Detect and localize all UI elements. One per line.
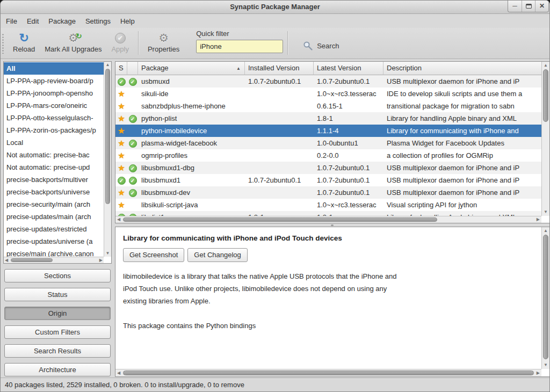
table-row[interactable]: ★python-imobiledevice1.1.1-4Library for … [115,125,541,137]
latest-version: 1.0~x~rc3.tesserac [314,90,383,98]
scroll-right-icon[interactable]: ▶ [537,217,540,222]
scroll-left-icon[interactable]: ◀ [5,258,8,263]
menu-help[interactable]: Help [120,17,135,25]
details-hscroll-thumb[interactable] [123,371,534,375]
column-header-supported[interactable] [127,62,138,75]
supported-cell: ✓ [127,176,138,184]
package-name: python-plist [138,114,245,122]
filter-item[interactable]: LP-PPA-zorin-os-packages/p [4,124,104,136]
filter-item[interactable]: precise-updates/main (arch [4,210,104,223]
scroll-up-icon[interactable]: ▲ [104,62,111,68]
maximize-button[interactable] [522,1,535,12]
column-header-status[interactable]: S [115,62,127,75]
status-cell: ★ [115,126,127,136]
column-header-installed-version[interactable]: Installed Version [245,62,314,75]
supported-icon: ✓ [129,189,137,197]
table-row[interactable]: ★✓libusbmuxd-dev1.0.7-2ubuntu0.1USB mult… [115,186,541,199]
column-header-description[interactable]: Description [383,62,541,75]
menu-edit[interactable]: Edit [27,17,39,25]
package-short-description: USB multiplexor daemon for iPhone and iP [383,188,541,197]
status-cell: ✓ [115,176,127,184]
scroll-down-icon[interactable]: ▼ [104,251,111,256]
filter-item[interactable]: precise-security/main (arch [4,198,104,210]
table-row[interactable]: ✓✓libplist11.8-11.8-1Library for handlin… [115,211,541,216]
column-header-latest-version[interactable]: Latest Version [314,62,383,75]
scroll-left-icon[interactable]: ◀ [117,217,120,222]
filter-item[interactable]: precise/main (archive.canon [4,248,104,257]
filter-list-vscroll-thumb[interactable] [105,69,110,204]
filter-item[interactable]: LP-PPA-mars-core/oneiric [4,99,104,112]
filter-item[interactable]: LP-PPA-jonoomph-opensho [4,87,104,99]
package-name: usbmuxd [138,77,245,85]
table-hscroll-thumb[interactable] [123,217,437,222]
details-vscroll-thumb[interactable] [543,235,548,359]
package-short-description: USB multiplexor daemon for iPhone and iP [383,164,541,172]
details-hscrollbar[interactable]: ◀ ▶ [115,369,541,376]
table-row[interactable]: ★sabnzbdplus-theme-iphone0.6.15-1transit… [115,100,541,112]
minimize-icon: ─ [512,2,517,10]
scroll-up-icon[interactable]: ▲ [542,63,549,68]
table-row[interactable]: ★libsikuli-script-java1.0~x~rc3.tesserac… [115,199,541,211]
sidebar-button-search-results[interactable]: Search Results [4,344,111,358]
properties-button[interactable]: ⚙ Properties [143,28,184,53]
package-name: libusbmuxd-dev [138,188,245,197]
scroll-down-icon[interactable]: ▼ [542,362,549,368]
sidebar-button-origin[interactable]: Origin [4,307,111,320]
details-vscrollbar[interactable]: ▲ ▼ [541,227,549,369]
get-screenshot-button[interactable]: Get Screenshot [123,248,184,262]
toolbar-grip[interactable] [2,33,4,54]
table-row[interactable]: ★✓plasma-widget-facebook1.0-0ubuntu1Plas… [115,137,541,149]
filter-item[interactable]: Not automatic: precise-bac [4,149,104,161]
mark-all-upgrades-button[interactable]: ⚙↻ Mark All Upgrades [40,28,106,53]
table-row[interactable]: ✓✓usbmuxd1.0.7-2ubuntu0.11.0.7-2ubuntu0.… [115,75,541,88]
filter-item[interactable]: All [4,62,104,75]
close-button[interactable]: ✕ [535,1,548,12]
latest-version: 1.0~x~rc3.tesserac [314,201,383,209]
filter-item[interactable]: LP-PPA-app-review-board/p [4,75,104,87]
filter-item[interactable]: Local [4,136,104,149]
table-row[interactable]: ★✓libusbmuxd1-dbg1.0.7-2ubuntu0.1USB mul… [115,162,541,174]
filter-item[interactable]: precise-updates/restricted [4,223,104,235]
column-header-package[interactable]: Package ▲ [138,62,245,75]
menu-file[interactable]: File [6,17,17,25]
titlebar[interactable]: Synaptic Package Manager ─ ✕ [1,1,549,14]
filter-item[interactable]: precise-backports/multiver [4,173,104,186]
sidebar-button-architecture[interactable]: Architecture [4,363,111,376]
package-name: ogmrip-profiles [138,151,245,159]
apply-button[interactable]: ✔ Apply [106,28,134,53]
filter-item[interactable]: precise-updates/universe (a [4,235,104,248]
scroll-right-icon[interactable]: ▶ [537,371,540,376]
sidebar-button-sections[interactable]: Sections [4,269,111,282]
menu-settings[interactable]: Settings [85,17,111,25]
details-pane: Library for communicating with iPhone an… [115,227,550,377]
quick-filter-input[interactable] [196,40,283,53]
filter-list-hscroll-thumb[interactable] [11,258,53,262]
table-hscrollbar[interactable]: ◀ ▶ [115,216,541,223]
new-package-icon: ★ [118,101,125,111]
scroll-left-icon[interactable]: ◀ [117,371,120,376]
filter-list-hscrollbar[interactable]: ◀ ▶ [4,257,104,263]
filter-item[interactable]: precise-backports/universe [4,186,104,198]
menu-package[interactable]: Package [48,17,76,25]
table-row[interactable]: ★ogmrip-profiles0.2-0.0a collection of p… [115,149,541,162]
scroll-down-icon[interactable]: ▼ [542,209,549,215]
filter-item[interactable]: LP-PPA-otto-kesselgulasch- [4,112,104,124]
table-row[interactable]: ✓✓libusbmuxd11.0.7-2ubuntu0.11.0.7-2ubun… [115,174,541,186]
table-row[interactable]: ★sikuli-ide1.0~x~rc3.tesseracIDE to deve… [115,88,541,100]
get-changelog-button[interactable]: Get Changelog [187,248,247,262]
sidebar-button-status[interactable]: Status [4,288,111,301]
minimize-button[interactable]: ─ [508,1,522,12]
table-vscroll-thumb[interactable] [543,69,548,122]
table-vscrollbar[interactable]: ▲ ▼ [541,62,549,216]
scroll-up-icon[interactable]: ▲ [542,228,549,234]
scroll-right-icon[interactable]: ▶ [99,258,103,263]
search-button[interactable]: Search [299,39,343,53]
new-package-icon: ★ [118,151,125,160]
sidebar-button-custom-filters[interactable]: Custom Filters [4,325,111,339]
pane-splitter-handle[interactable] [331,224,334,226]
reload-button[interactable]: ↻ Reload [8,28,40,53]
latest-version: 1.0.7-2ubuntu0.1 [314,164,383,172]
filter-item[interactable]: Not automatic: precise-upd [4,161,104,173]
filter-list-vscrollbar[interactable]: ▲ ▼ [104,62,111,257]
table-row[interactable]: ★✓python-plist1.8-1Library for handling … [115,112,541,125]
